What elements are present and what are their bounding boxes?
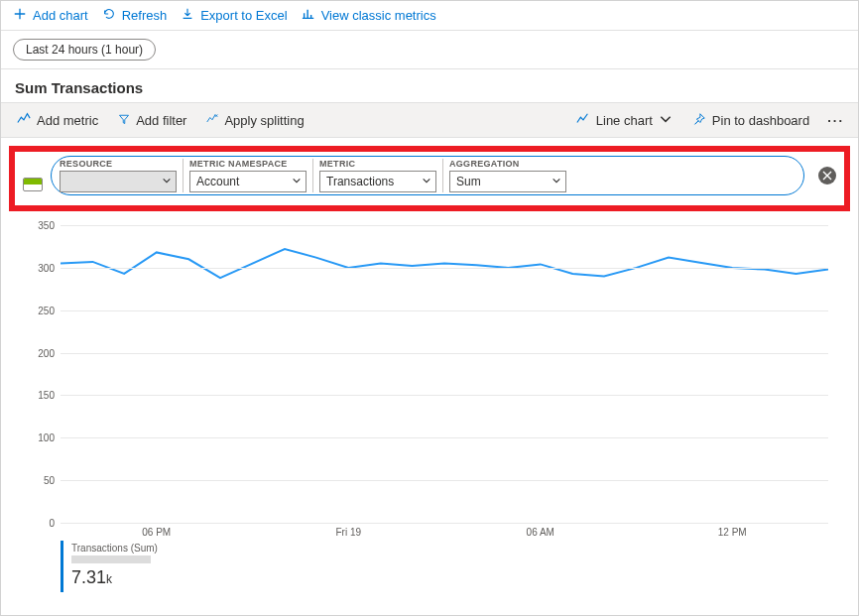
add-filter-label: Add filter xyxy=(136,113,186,128)
grid-line xyxy=(61,353,828,354)
apply-splitting-label: Apply splitting xyxy=(224,113,304,128)
grid-line xyxy=(61,268,828,269)
add-chart-label: Add chart xyxy=(33,8,88,23)
summary-label: Transactions (Sum) xyxy=(71,543,158,554)
refresh-button[interactable]: Refresh xyxy=(102,7,168,24)
y-tick-label: 300 xyxy=(21,262,55,273)
remove-metric-button[interactable] xyxy=(818,167,836,185)
metric-label: METRIC xyxy=(319,159,436,169)
view-classic-button[interactable]: View classic metrics xyxy=(302,7,436,24)
y-tick-label: 350 xyxy=(21,220,55,231)
y-tick-label: 0 xyxy=(21,518,55,529)
chart-type-dropdown[interactable]: Line chart xyxy=(568,106,680,135)
apply-splitting-button[interactable]: Apply splitting xyxy=(198,107,311,134)
resource-label: RESOURCE xyxy=(60,159,177,169)
pin-dashboard-label: Pin to dashboard xyxy=(712,113,809,128)
grid-line xyxy=(61,395,828,396)
download-icon xyxy=(181,7,194,24)
time-range-bar: Last 24 hours (1 hour) xyxy=(1,31,858,69)
color-swatch-icon xyxy=(23,178,43,191)
chevron-down-icon xyxy=(552,175,561,188)
add-metric-label: Add metric xyxy=(37,113,98,128)
split-icon xyxy=(206,113,218,128)
chart-area: 05010015020025030035006 PMFri 1906 AM12 … xyxy=(1,219,858,592)
summary-card[interactable]: Transactions (Sum) 7.31k xyxy=(61,541,166,592)
line-chart-icon xyxy=(576,112,590,129)
chevron-down-icon xyxy=(162,175,172,188)
chart-type-label: Line chart xyxy=(596,113,653,128)
pin-dashboard-button[interactable]: Pin to dashboard xyxy=(684,106,817,135)
bar-chart-icon xyxy=(302,7,315,24)
line-plot[interactable]: 05010015020025030035006 PMFri 1906 AM12 … xyxy=(21,225,838,523)
time-range-label: Last 24 hours (1 hour) xyxy=(26,43,143,57)
namespace-label: METRIC NAMESPACE xyxy=(189,159,307,169)
namespace-dropdown[interactable]: Account xyxy=(189,171,307,192)
chart-title: Sum Transactions xyxy=(1,69,858,102)
chevron-down-icon xyxy=(422,175,431,188)
refresh-icon xyxy=(102,7,116,24)
add-chart-button[interactable]: Add chart xyxy=(13,7,88,24)
grid-line xyxy=(61,225,828,226)
export-excel-label: Export to Excel xyxy=(200,8,287,23)
y-tick-label: 150 xyxy=(21,390,55,401)
line-series xyxy=(61,225,828,523)
more-menu-button[interactable]: ··· xyxy=(821,109,850,132)
plus-icon xyxy=(13,7,27,24)
x-tick-label: 06 AM xyxy=(527,527,554,538)
metric-pill: RESOURCE METRIC NAMESPACE Account METRIC… xyxy=(51,156,804,195)
time-range-pill[interactable]: Last 24 hours (1 hour) xyxy=(13,39,156,61)
summary-placeholder-bar xyxy=(71,555,151,563)
grid-line xyxy=(61,480,828,481)
refresh-label: Refresh xyxy=(122,8,168,23)
x-tick-label: 12 PM xyxy=(718,527,747,538)
aggregation-value: Sum xyxy=(456,175,481,188)
add-metric-button[interactable]: Add metric xyxy=(9,106,106,135)
metric-dropdown[interactable]: Transactions xyxy=(319,171,436,192)
aggregation-label: AGGREGATION xyxy=(449,159,566,169)
chevron-down-icon xyxy=(292,175,302,188)
summary-value: 7.31k xyxy=(71,567,158,588)
x-tick-label: Fri 19 xyxy=(335,527,361,538)
view-classic-label: View classic metrics xyxy=(321,8,436,23)
pin-icon xyxy=(692,112,706,129)
resource-dropdown[interactable] xyxy=(60,171,177,192)
grid-line xyxy=(61,437,828,438)
y-tick-label: 100 xyxy=(21,432,55,443)
line-metric-icon xyxy=(17,112,31,129)
metric-selector-row: RESOURCE METRIC NAMESPACE Account METRIC… xyxy=(9,146,850,211)
grid-line xyxy=(61,523,828,524)
grid-line xyxy=(61,310,828,311)
x-tick-label: 06 PM xyxy=(142,527,171,538)
metric-value: Transactions xyxy=(326,175,394,188)
y-tick-label: 50 xyxy=(21,475,55,486)
y-tick-label: 200 xyxy=(21,347,55,358)
namespace-value: Account xyxy=(196,175,239,188)
add-filter-button[interactable]: Add filter xyxy=(110,107,194,134)
chart-toolbar: Add metric Add filter Apply splitting Li… xyxy=(1,102,858,138)
y-tick-label: 250 xyxy=(21,305,55,315)
chevron-down-icon xyxy=(659,112,673,129)
aggregation-dropdown[interactable]: Sum xyxy=(449,171,566,192)
close-icon xyxy=(822,169,832,184)
top-toolbar: Add chart Refresh Export to Excel View c… xyxy=(1,1,858,31)
export-excel-button[interactable]: Export to Excel xyxy=(181,7,287,24)
filter-icon xyxy=(118,113,130,128)
